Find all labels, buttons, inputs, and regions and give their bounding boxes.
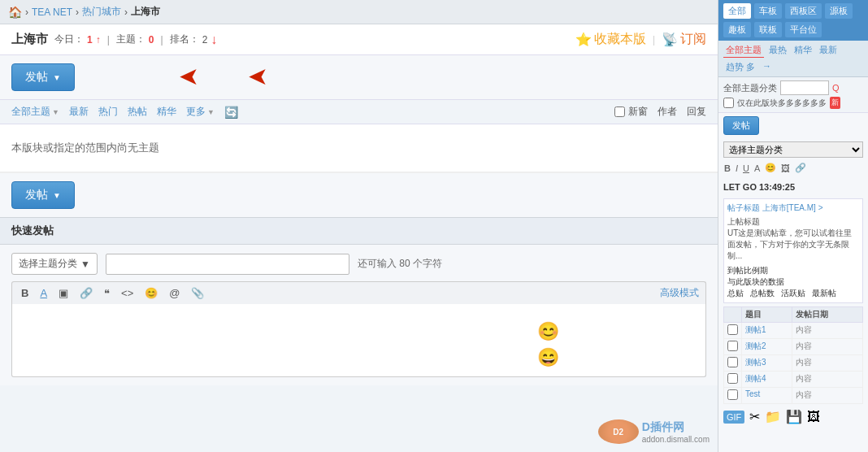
no-topic-message: 本版块或指定的范围内尚无主题	[0, 124, 718, 172]
tool-image[interactable]: ▣	[56, 286, 71, 300]
table-row: Test 内容	[724, 388, 863, 404]
forum-stats: 今日： 1 ↑ | 主题： 0 | 排名： 2 ↓	[54, 33, 217, 47]
row3-check[interactable]	[724, 355, 742, 372]
row4-title[interactable]: 测帖4	[742, 372, 792, 388]
forum-actions: ⭐ 收藏本版 | 📡 订阅	[575, 31, 706, 48]
scissors-icon[interactable]: ✂	[749, 409, 760, 424]
subtab-excellent[interactable]: 精华	[792, 43, 814, 58]
watermark-logo: D2	[598, 419, 639, 444]
right-panel-tabs: 全部 车板 西板区 源板 趣板 联板 平台位	[718, 0, 868, 41]
row5-title[interactable]: Test	[742, 388, 792, 404]
tool-code[interactable]: <>	[119, 286, 136, 300]
hot1-label: 热门	[98, 105, 118, 119]
right-tool-color2[interactable]: A	[753, 162, 761, 174]
tool-color[interactable]: A	[37, 286, 50, 300]
latest-post: 最新帖	[812, 288, 836, 299]
right-preview-forum-path: 帖子标题 上海市[TEA.M] >	[727, 202, 859, 214]
breadcrumb-hotcity[interactable]: 热门城市	[82, 5, 121, 19]
row1-title[interactable]: 测帖1	[742, 323, 792, 339]
subtab-latest[interactable]: 最新	[817, 43, 840, 58]
breadcrumb-sep3: ›	[124, 7, 128, 18]
home-icon[interactable]: 🏠	[8, 6, 22, 19]
form-row1: 选择主题分类 ▼ 还可输入 80 个字符	[11, 253, 706, 275]
subtab-trend[interactable]: 趋势 多	[723, 60, 757, 74]
right-tool-img[interactable]: 🖼	[780, 162, 791, 174]
right-tab-lian[interactable]: 联板	[754, 22, 782, 37]
favorite-button[interactable]: ⭐ 收藏本版	[575, 31, 646, 48]
tool-at[interactable]: @	[167, 286, 182, 300]
topic-label: 主题：	[116, 33, 145, 46]
divider3: |	[653, 34, 655, 46]
subtab-all[interactable]: 全部主题	[723, 43, 764, 58]
new-window-check[interactable]: 新窗	[614, 105, 648, 119]
right-category-select[interactable]: 选择主题分类	[723, 141, 863, 158]
row1-check[interactable]	[724, 323, 742, 339]
tool-link2[interactable]: 🔗	[77, 286, 95, 300]
no-topic-text: 本版块或指定的范围内尚无主题	[11, 141, 159, 154]
new-window-checkbox[interactable]	[614, 106, 625, 117]
right-scope-checkbox[interactable]	[723, 98, 734, 108]
filter-hot2[interactable]: 热帖	[128, 105, 147, 119]
tool-bold[interactable]: B	[19, 286, 31, 300]
right-tool-link2[interactable]: 🔗	[794, 162, 807, 174]
subtab-arrow[interactable]: →	[760, 60, 774, 74]
post-button-top[interactable]: 发帖 ▼	[11, 63, 75, 91]
tool-quote[interactable]: ❝	[102, 286, 112, 300]
folder-icon[interactable]: 📁	[765, 409, 781, 424]
subscribe-button[interactable]: 📡 订阅	[662, 31, 706, 48]
filter-hot1[interactable]: 热门	[98, 105, 118, 119]
row5-check[interactable]	[724, 388, 742, 404]
right-tab-yuan[interactable]: 源板	[825, 3, 853, 19]
row4-check[interactable]	[724, 372, 742, 388]
rss-icon: 📡	[662, 32, 678, 47]
advanced-mode-link[interactable]: 高级模式	[660, 286, 699, 300]
post-title-input[interactable]	[106, 254, 349, 275]
divider2: |	[161, 34, 163, 46]
new-badge: 新	[830, 97, 840, 109]
row2-check[interactable]	[724, 339, 742, 355]
right-post-button[interactable]: 发帖	[723, 116, 759, 135]
right-tab-qu[interactable]: 趣板	[723, 22, 751, 37]
right-search-input[interactable]	[780, 80, 829, 95]
subscribe-label: 订阅	[680, 31, 706, 48]
today-value: 1	[87, 34, 93, 46]
right-tab-xi[interactable]: 西板区	[785, 3, 822, 19]
row3-title[interactable]: 测帖3	[742, 355, 792, 372]
breadcrumb-teanet[interactable]: TEA NET	[32, 7, 72, 18]
filter-more[interactable]: 更多 ▼	[186, 105, 215, 119]
category-select[interactable]: 选择主题分类 ▼	[11, 253, 98, 275]
right-tab-all[interactable]: 全部	[723, 3, 751, 19]
star-icon: ⭐	[575, 32, 592, 47]
right-tool-underline[interactable]: U	[742, 162, 750, 174]
image-icon[interactable]: 🖼	[807, 410, 820, 424]
row5-date: 内容	[792, 388, 862, 404]
right-tool-italic[interactable]: I	[735, 162, 739, 174]
row2-date: 内容	[792, 339, 862, 355]
row2-title[interactable]: 测帖2	[742, 339, 792, 355]
quick-post-header: 快速发帖	[0, 217, 718, 245]
today-label: 今日：	[54, 33, 84, 46]
right-table-check-header	[724, 307, 742, 323]
filter-latest[interactable]: 最新	[69, 105, 89, 119]
editor-area[interactable]	[11, 304, 706, 377]
right-search-btn[interactable]: Q	[832, 83, 840, 93]
gif-icon[interactable]: GIF	[723, 411, 744, 424]
right-tool-smile[interactable]: 😊	[764, 162, 777, 174]
quick-post-title: 快速发帖	[11, 224, 54, 237]
filter-all-topics[interactable]: 全部主题 ▼	[11, 105, 59, 119]
right-tab-che[interactable]: 车板	[754, 3, 782, 19]
filter-excellent[interactable]: 精华	[157, 105, 176, 119]
arrow-left: ➤	[179, 62, 199, 90]
more-label: 更多	[186, 105, 206, 119]
subtab-hot[interactable]: 最热	[766, 43, 789, 58]
right-tab-ping[interactable]: 平台位	[785, 22, 822, 37]
filter-label: 全部主题分类	[723, 82, 777, 94]
right-editor-mini: 选择主题分类 B I U A 😊 🖼 🔗	[718, 138, 868, 179]
save-icon[interactable]: 💾	[786, 409, 802, 424]
tool-link[interactable]: 📎	[189, 286, 206, 300]
right-tool-bold[interactable]: B	[723, 162, 731, 174]
refresh-button[interactable]: 🔄	[224, 106, 238, 119]
arrow-right: ➤	[248, 62, 268, 90]
post-button-bottom[interactable]: 发帖 ▼	[11, 181, 75, 209]
tool-emoji[interactable]: 😊	[142, 286, 160, 300]
